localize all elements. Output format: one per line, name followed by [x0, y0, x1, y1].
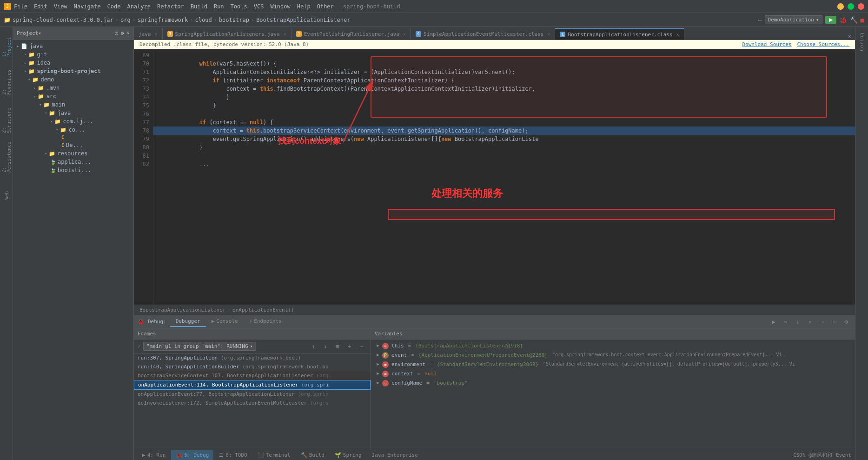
tabs-overflow[interactable]: × — [848, 33, 855, 40]
sidebar-icon-web[interactable]: Web — [1, 181, 12, 209]
var-expand-this[interactable]: ▶ — [377, 343, 379, 348]
code-editor[interactable]: while(var5.hasNext()) { ApplicationConte… — [153, 49, 855, 305]
debug-tab-debugger[interactable]: Debugger — [170, 316, 206, 327]
sidebar-icon-structure[interactable]: Z: Structure — [1, 105, 12, 133]
var-item-this[interactable]: ▶ = this = {BootstrapApplicationListener… — [371, 341, 855, 351]
status-tab-terminal[interactable]: ⬛ Terminal — [253, 450, 295, 460]
menu-other[interactable]: Other — [317, 3, 334, 10]
tab-event-listener-close[interactable]: × — [403, 32, 406, 37]
tab-java-close[interactable]: × — [155, 32, 158, 37]
nav-cloud[interactable]: cloud — [195, 17, 212, 23]
right-panel-coring[interactable]: Coring — [858, 29, 866, 55]
project-locate-icon[interactable]: ◎ — [115, 30, 118, 36]
tab-event-listener[interactable]: J EventPublishingRunListener.java × — [292, 28, 411, 40]
var-expand-event[interactable]: ▶ — [377, 352, 379, 357]
frame-item-6[interactable]: doInvokeListener:172, SimpleApplicationE… — [134, 399, 371, 407]
menu-help[interactable]: Help — [297, 3, 311, 10]
minimize-button[interactable] — [837, 3, 844, 10]
status-tab-todo[interactable]: ☰ 6: TODO — [214, 450, 252, 460]
tree-item-class-de[interactable]: C De... — [13, 141, 133, 149]
tab-multicaster[interactable]: C SimpleApplicationEventMulticaster.clas… — [411, 28, 555, 40]
breadcrumb-class[interactable]: BootstrapApplicationListener — [139, 307, 225, 313]
settings-debug-btn[interactable]: ⚙ — [841, 317, 851, 327]
close-button[interactable] — [858, 3, 864, 10]
tree-item-java2[interactable]: ▾ 📁 java — [13, 109, 133, 117]
frame-item-2[interactable]: run:140, SpringApplicationBuilder (org.s… — [134, 362, 371, 371]
var-expand-cfg[interactable]: ▶ — [377, 380, 379, 385]
frame-item-1[interactable]: run:307, SpringApplication (org.springfr… — [134, 353, 371, 362]
build-button[interactable]: 🔨 — [850, 16, 858, 24]
choose-sources-link[interactable]: Choose Sources... — [797, 41, 849, 47]
status-tab-run[interactable]: ▶ 4: Run — [138, 450, 170, 460]
nav-bootstrap[interactable]: bootstrap — [219, 17, 249, 23]
menu-navigate[interactable]: Navigate — [74, 3, 101, 10]
sidebar-icon-favorites[interactable]: 2: Favorites — [1, 67, 12, 95]
maximize-button[interactable] — [848, 3, 854, 10]
step-into-btn[interactable]: ↓ — [793, 317, 803, 327]
menu-run[interactable]: Run — [214, 3, 224, 10]
menu-window[interactable]: Window — [270, 3, 290, 10]
nav-project[interactable]: spring-cloud-context-3.0.0.jar — [13, 17, 113, 23]
tree-item-applica[interactable]: 🍃 applica... — [13, 158, 133, 166]
tree-item-class-c[interactable]: C — [13, 134, 133, 141]
tree-item-co[interactable]: ▾ 📁 co... — [13, 126, 133, 134]
status-tab-enterprise[interactable]: Java Enterprise — [367, 450, 423, 460]
frames-minus-btn[interactable]: − — [357, 341, 367, 352]
nav-springframework[interactable]: springframework — [138, 17, 188, 23]
tree-item-mvn[interactable]: ▸ 📁 .mvn — [13, 84, 133, 92]
var-item-environment[interactable]: ▶ = environment = {StandardServletEnviro… — [371, 360, 855, 369]
frames-up-btn[interactable]: ↑ — [308, 341, 318, 352]
tab-spring-listeners[interactable]: J SpringApplicationRunListeners.java × — [163, 28, 292, 40]
var-item-event[interactable]: ▶ P event = {ApplicationEnvironmentPrepa… — [371, 351, 855, 360]
frame-item-5[interactable]: onApplicationEvent:77, BootstrapApplicat… — [134, 390, 371, 399]
menu-analyze[interactable]: Analyze — [127, 3, 151, 10]
tree-item-src[interactable]: ▾ 📁 src — [13, 92, 133, 100]
project-settings-icon[interactable]: ⚙ — [121, 30, 124, 36]
thread-selector[interactable]: "main"@1 in group "main": RUNNING ▾ — [143, 342, 256, 351]
project-close-icon[interactable]: × — [126, 30, 130, 36]
tree-item-main[interactable]: ▾ 📁 main — [13, 100, 133, 109]
var-expand-env[interactable]: ▶ — [377, 361, 379, 367]
menu-build[interactable]: Build — [191, 3, 207, 10]
nav-class[interactable]: BootstrapApplicationListener — [256, 17, 350, 23]
code-content[interactable]: 69 70 71 72 73 74 75 76 77 78 79 80 81 8… — [134, 49, 855, 305]
menu-code[interactable]: Code — [107, 3, 121, 10]
run-config-selector[interactable]: DemoApplication ▾ — [765, 15, 822, 24]
tree-item-java[interactable]: ▸ 📄 java — [13, 42, 133, 50]
tab-multicaster-close[interactable]: × — [547, 32, 550, 37]
menu-file[interactable]: File — [14, 3, 27, 10]
tree-item-demo[interactable]: ▾ 📁 demo — [13, 75, 133, 84]
frame-item-3[interactable]: bootstrapServiceContext:107, BootstrapAp… — [134, 371, 371, 380]
menu-tools[interactable]: Tools — [231, 3, 247, 10]
menu-refactor[interactable]: Refactor — [157, 3, 184, 10]
status-tab-build[interactable]: 🔨 Build — [296, 450, 329, 460]
tree-item-git[interactable]: ▸ 📁 git — [13, 50, 133, 59]
step-out-btn[interactable]: ↑ — [805, 317, 815, 327]
frames-add-btn[interactable]: + — [345, 341, 355, 352]
evaluate-btn[interactable]: ≡ — [829, 317, 839, 327]
status-tab-spring[interactable]: 🌱 Spring — [330, 450, 366, 460]
menu-vcs[interactable]: VCS — [254, 3, 264, 10]
download-sources-link[interactable]: Download Sources — [742, 41, 791, 47]
sidebar-icon-project[interactable]: 1: Project — [1, 29, 12, 57]
debug-tab-console[interactable]: ▶ Console — [206, 316, 244, 327]
run-cursor-btn[interactable]: ⇢ — [817, 317, 827, 327]
debug-button[interactable]: 🐞 — [839, 16, 847, 24]
var-item-context[interactable]: ▶ = context = null — [371, 369, 855, 379]
nav-org[interactable]: org — [120, 17, 131, 23]
tree-item-idea[interactable]: ▸ 📁 idea — [13, 59, 133, 67]
tree-item-comlj[interactable]: ▾ 📁 com.lj... — [13, 117, 133, 126]
run-button[interactable]: ▶ — [825, 16, 836, 24]
stop-button[interactable]: ■ — [861, 16, 864, 24]
debug-tab-endpoints[interactable]: ⚡ Endpoints — [244, 316, 287, 327]
nav-back-icon[interactable]: ⟵ — [758, 17, 762, 23]
breadcrumb-method[interactable]: onApplicationEvent() — [232, 307, 294, 313]
step-over-btn[interactable]: ↷ — [781, 317, 791, 327]
menu-edit[interactable]: Edit — [34, 3, 47, 10]
var-expand-ctx[interactable]: ▶ — [377, 371, 379, 376]
sidebar-icon-persistence[interactable]: Z: Persistence — [1, 143, 12, 171]
resume-btn[interactable]: ▶ — [769, 317, 779, 327]
tree-item-resources[interactable]: ▾ 📁 resources — [13, 149, 133, 158]
frames-down-btn[interactable]: ↓ — [320, 341, 331, 352]
status-tab-debug[interactable]: 🐞 5: Debug — [171, 450, 213, 460]
